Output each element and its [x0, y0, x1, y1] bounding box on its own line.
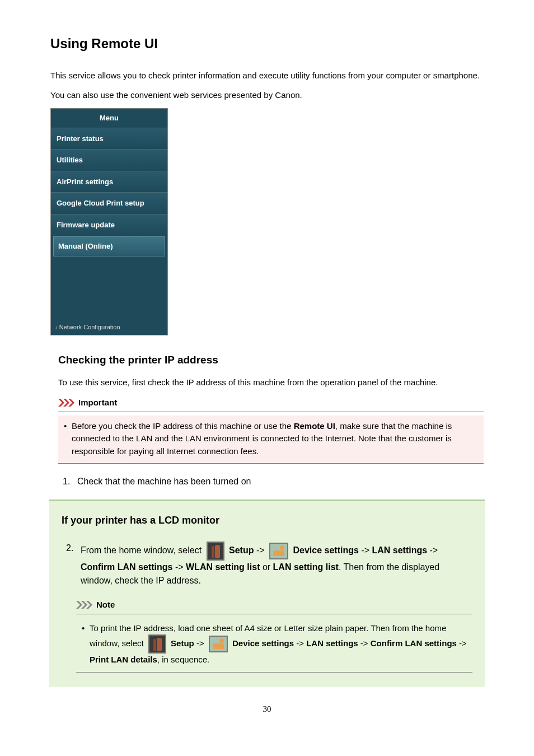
note-label: Note	[96, 599, 115, 612]
page-title: Using Remote UI	[50, 34, 484, 54]
device-settings-icon	[269, 543, 288, 559]
chevron-icon	[76, 601, 93, 609]
step-2: From the home window, select Setup -> De…	[66, 542, 472, 587]
chevron-icon	[58, 399, 75, 407]
section-body-ip: To use this service, first check the IP …	[58, 376, 484, 389]
menu-footer-link: Network Configuration	[51, 319, 167, 335]
menu-item-airprint: AirPrint settings	[51, 171, 167, 193]
setup-icon	[148, 634, 166, 654]
menu-item-manual: Manual (Online)	[53, 236, 165, 256]
menu-item-printer-status: Printer status	[51, 128, 167, 150]
intro-paragraph-2: You can also use the convenient web serv…	[50, 89, 484, 102]
device-settings-icon	[209, 636, 228, 652]
lcd-section-box: If your printer has a LCD monitor From t…	[49, 500, 485, 687]
note-item-1: To print the IP address, load one sheet …	[82, 622, 467, 666]
menu-item-utilities: Utilities	[51, 149, 167, 171]
menu-screenshot: Menu Printer status Utilities AirPrint s…	[50, 108, 168, 335]
lcd-heading: If your printer has a LCD monitor	[62, 513, 472, 528]
page-number: 30	[50, 703, 484, 716]
section-heading-ip: Checking the printer IP address	[58, 352, 484, 368]
menu-header: Menu	[51, 109, 167, 128]
step-1: Check that the machine has been turned o…	[63, 475, 484, 488]
menu-item-firmware: Firmware update	[51, 214, 167, 236]
note-callout: Note To print the IP address, load one s…	[76, 599, 472, 673]
important-label: Important	[78, 396, 117, 409]
intro-paragraph-1: This service allows you to check printer…	[50, 69, 484, 82]
menu-spacer	[51, 258, 167, 319]
important-item-1: Before you check the IP address of this …	[64, 420, 478, 458]
important-callout: Important Before you check the IP addres…	[58, 396, 484, 464]
setup-icon	[207, 542, 224, 561]
menu-item-gcp: Google Cloud Print setup	[51, 192, 167, 214]
